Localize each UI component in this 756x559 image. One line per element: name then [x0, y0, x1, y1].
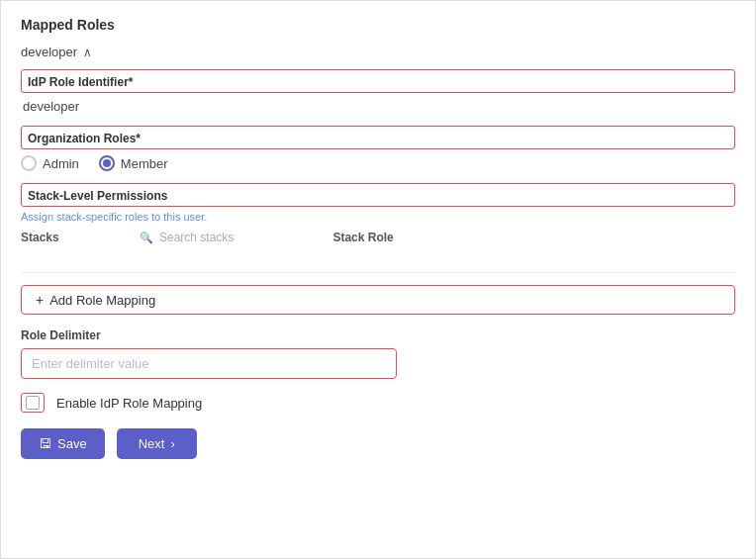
enable-idp-checkbox[interactable] — [26, 396, 40, 410]
plus-icon: + — [36, 292, 44, 308]
save-label: Save — [57, 436, 87, 451]
page-title: Mapped Roles — [21, 17, 735, 33]
search-icon: 🔍 — [140, 232, 153, 244]
chevron-up-icon[interactable]: ∧ — [83, 46, 92, 59]
stacks-header-row: Stacks 🔍 Search stacks Stack Role — [21, 231, 735, 244]
add-role-mapping-button[interactable]: + Add Role Mapping — [21, 285, 735, 315]
stack-permissions-label: Stack-Level Permissions — [28, 189, 167, 203]
developer-label: developer — [21, 45, 77, 59]
enable-idp-row: Enable IdP Role Mapping — [21, 393, 735, 413]
stacks-col-label: Stacks — [21, 231, 80, 244]
assign-text: Assign stack-specific roles to this user… — [21, 211, 735, 223]
search-stacks-field[interactable]: 🔍 Search stacks — [140, 231, 234, 244]
idp-role-value: developer — [21, 99, 735, 114]
radio-admin-label: Admin — [43, 156, 79, 171]
save-icon: 🖫 — [39, 436, 51, 451]
enable-idp-label: Enable IdP Role Mapping — [56, 396, 202, 411]
radio-member-label: Member — [121, 156, 168, 171]
radio-admin[interactable]: Admin — [21, 155, 79, 171]
save-button[interactable]: 🖫 Save — [21, 428, 105, 459]
idp-role-label: IdP Role Identifier* — [28, 75, 133, 89]
stack-permissions-box: Stack-Level Permissions — [21, 183, 735, 207]
org-roles-row: Admin Member — [21, 155, 735, 171]
enable-idp-checkbox-box[interactable] — [21, 393, 45, 413]
next-label: Next — [139, 436, 165, 451]
radio-admin-circle[interactable] — [21, 155, 37, 171]
add-role-label: Add Role Mapping — [49, 293, 155, 308]
stack-role-col-label: Stack Role — [332, 231, 393, 244]
next-arrow-icon: › — [170, 436, 174, 451]
next-button[interactable]: Next › — [117, 428, 197, 459]
delimiter-label: Role Delimiter — [21, 328, 735, 342]
radio-member-circle[interactable] — [99, 155, 115, 171]
idp-role-label-box: IdP Role Identifier* — [21, 69, 735, 93]
radio-member[interactable]: Member — [99, 155, 168, 171]
org-roles-label: Organization Roles* — [28, 132, 141, 145]
divider — [21, 272, 735, 273]
developer-row: developer ∧ — [21, 45, 735, 59]
search-stacks-placeholder: Search stacks — [159, 231, 234, 244]
page-container: Mapped Roles developer ∧ IdP Role Identi… — [0, 0, 756, 559]
org-roles-label-box: Organization Roles* — [21, 126, 735, 149]
footer-buttons: 🖫 Save Next › — [21, 428, 735, 459]
delimiter-input[interactable] — [21, 348, 397, 379]
